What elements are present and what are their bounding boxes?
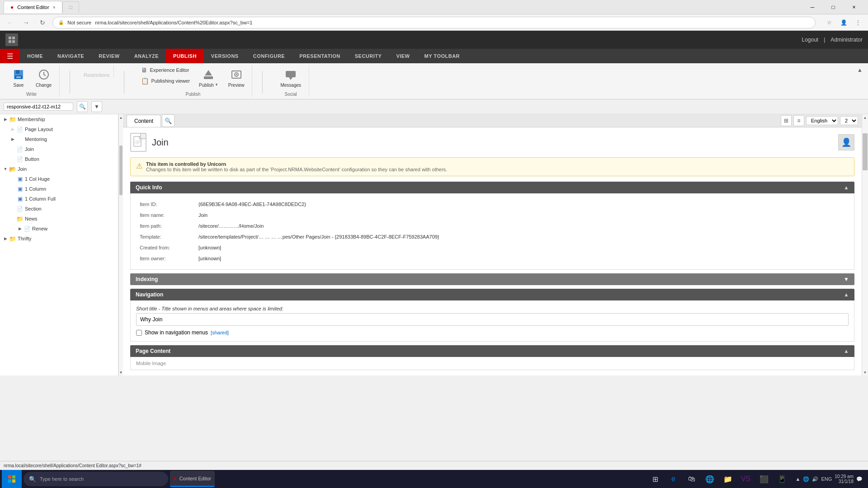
preview-btn[interactable]: Preview [224,65,249,90]
sidebar-scrollbar[interactable]: ▲ ▼ [118,114,123,375]
taskbar-terminal[interactable]: ⬛ [756,471,772,487]
sidebar-item-renew[interactable]: ▶ 📄 Renew [0,224,118,234]
menu-btn[interactable]: ⋮ [852,16,864,29]
content-icon-btn-2[interactable]: ≡ [793,115,804,126]
taskbar-file-explorer[interactable]: 📁 [720,471,736,487]
taskbar-open-app[interactable]: ● Content Editor [170,471,215,487]
taskbar-vs[interactable]: VS [738,471,754,487]
active-tab[interactable]: ● Content Editor × [4,1,62,13]
svg-rect-5 [16,70,19,74]
menu-publish[interactable]: PUBLISH [166,49,204,63]
menu-analyze[interactable]: ANALYZE [127,49,166,63]
navigation-chevron: ▲ [844,291,849,298]
hamburger-btn[interactable]: ☰ [0,49,20,63]
sidebar-item-thrifty[interactable]: ▶ 📁 Thrifty [0,234,118,244]
item-id-label: Item ID: [136,199,195,210]
tray-notification[interactable]: 💬 [856,476,863,482]
sidebar-item-join-parent[interactable]: 📄 Join [0,144,118,154]
content-scroll-down[interactable]: ▼ [862,369,868,375]
taskbar-misc[interactable]: 📱 [774,471,790,487]
version-select[interactable]: 21 [840,116,858,125]
tab-content[interactable]: Content [127,115,161,127]
indexing-header[interactable]: Indexing ▼ [130,273,854,285]
content-icon-btn-1[interactable]: ⊞ [781,115,792,126]
tree-dropdown-btn[interactable]: ▼ [91,101,102,112]
refresh-btn[interactable]: ↻ [36,16,49,29]
show-in-nav-checkbox[interactable] [136,330,142,336]
svg-rect-21 [12,475,15,479]
back-btn[interactable]: ← [4,16,16,29]
sidebar-item-page-layout[interactable]: ▶ 📄 Page Layout [0,124,118,134]
logout-link[interactable]: Logout [802,37,818,43]
maximize-btn[interactable]: □ [823,0,844,14]
join-folder-icon: 📂 [9,165,16,173]
menu-bar: ☰ HOME NAVIGATE REVIEW ANALYZE PUBLISH V… [0,49,868,63]
tab-close-btn[interactable]: × [53,5,56,10]
tree-search-input[interactable] [7,104,70,109]
ribbon-collapse-btn[interactable]: ▲ [855,65,864,75]
sidebar-item-mentoring[interactable]: ▶ Mentoring [0,134,118,144]
page-layout-icon: 📄 [16,126,24,133]
page-content-body: Mobile Image [130,357,854,370]
menu-view[interactable]: VIEW [389,49,417,63]
messages-icon [283,67,298,82]
sidebar-item-section[interactable]: 📄 Section [0,204,118,214]
menu-security[interactable]: SECURITY [348,49,389,63]
publishing-viewer-btn[interactable]: 📋 Publishing viewer [138,76,193,86]
taskbar-chrome[interactable]: 🌐 [702,471,718,487]
save-btn[interactable]: Save [7,65,30,90]
publish-btn[interactable]: Publish ▼ [195,65,222,90]
address-bar[interactable]: 🔒 Not secure nrma.local/sitecore/shell/A… [52,17,816,28]
menu-presentation[interactable]: PRESENTATION [292,49,348,63]
taskbar-store[interactable]: 🛍 [684,471,700,487]
page-doc-icon [130,133,146,152]
item-name-label: Item name: [136,210,195,221]
user-icon-btn[interactable]: 👤 [837,16,850,29]
change-btn[interactable]: Change [32,65,56,90]
sidebar-item-1-column-full[interactable]: ▣ 1 Column Full [0,194,118,204]
svg-rect-2 [9,40,11,43]
minimize-btn[interactable]: ─ [802,0,823,14]
window-controls: ─ □ × [802,0,864,14]
avatar-icon: 👤 [841,137,851,147]
sidebar-item-1-col-huge[interactable]: ▣ 1 Col Huge [0,174,118,184]
taskbar-edge[interactable]: e [665,471,682,487]
taskbar-task-view[interactable]: ⊞ [647,471,664,487]
menu-configure[interactable]: CONFIGURE [246,49,292,63]
short-title-input[interactable] [136,313,849,326]
table-row: Item owner: [unknown] [136,253,849,264]
search-btn[interactable]: 🔍 [77,101,88,112]
menu-versions[interactable]: VERSIONS [204,49,246,63]
menu-review[interactable]: REVIEW [91,49,127,63]
menu-mytoolbar[interactable]: MY TOOLBAR [417,49,467,63]
sidebar-item-news[interactable]: 📁 News [0,214,118,224]
svg-rect-3 [12,40,15,43]
quick-info-header[interactable]: Quick Info ▲ [130,182,854,193]
language-select[interactable]: English [806,116,838,125]
navigation-header[interactable]: Navigation ▲ [130,289,854,300]
chevron-down-icon: ▼ [94,103,99,110]
sidebar-item-membership[interactable]: ▶ 📁 Membership [0,114,118,124]
tab-search-btn[interactable]: 🔍 [162,114,175,127]
sidebar-scroll-up[interactable]: ▲ [119,114,123,121]
sidebar-scroll-down[interactable]: ▼ [119,369,123,375]
sidebar-item-1-column[interactable]: ▣ 1 Column [0,184,118,194]
forward-btn[interactable]: → [20,16,33,29]
close-btn[interactable]: × [844,0,864,14]
tray-arrow[interactable]: ▲ [796,476,801,482]
menu-navigate[interactable]: NAVIGATE [50,49,91,63]
sidebar-item-button[interactable]: 📄 Button [0,154,118,164]
grid-icon[interactable] [5,33,18,46]
start-btn[interactable] [2,470,22,488]
experience-editor-btn[interactable]: 🖥 Experience Editor [138,65,193,75]
content-scroll-up[interactable]: ▲ [862,114,868,121]
taskbar-search[interactable]: 🔍 Type here to search [24,472,168,486]
page-avatar[interactable]: 👤 [838,134,854,150]
content-scrollbar[interactable]: ▲ ▼ [862,114,868,375]
sidebar-item-join-folder[interactable]: ▼ 📂 Join [0,164,118,174]
menu-home[interactable]: HOME [20,49,50,63]
inactive-tab[interactable]: □ [62,1,79,13]
star-btn[interactable]: ☆ [823,16,835,29]
messages-btn[interactable]: Messages [276,65,305,90]
page-content-header[interactable]: Page Content ▲ [130,345,854,357]
